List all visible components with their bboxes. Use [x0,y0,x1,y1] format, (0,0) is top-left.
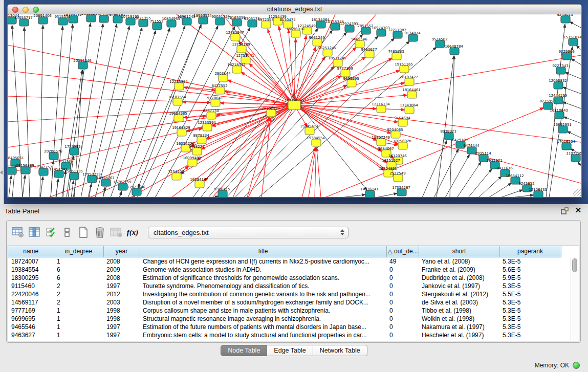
table-cell[interactable]: 2 [54,290,103,298]
graph-node[interactable] [70,172,79,180]
table-cell[interactable]: Corpus callosum shape and size in male p… [140,307,386,315]
graph-node[interactable] [203,124,212,131]
graph-node[interactable] [361,27,371,34]
splitter-collapse-icon[interactable] [0,170,3,174]
table-cell[interactable]: Structural magnetic resonance image aver… [140,315,386,323]
table-cell[interactable]: Estimation of the future numbers of pati… [140,323,386,331]
table-cell[interactable]: Jankovic et al. (1997) [419,282,499,290]
graph-node[interactable] [267,110,276,117]
graph-node[interactable] [175,83,184,90]
table-cell[interactable]: 5.3E-5 [499,257,561,266]
table-options-icon[interactable] [10,225,26,240]
table-cell[interactable]: 6 [54,274,103,282]
table-cell[interactable]: 0 [386,323,419,331]
table-row[interactable]: 2242004622012Investigating the contribut… [8,290,561,298]
graph-node[interactable] [231,34,240,41]
table-cell[interactable]: 22420046 [8,290,54,298]
delete-rows-icon[interactable] [92,225,107,240]
close-window-icon[interactable] [12,7,18,13]
table-cell[interactable]: 9115460 [8,282,54,290]
table-cell[interactable]: Stergiakouli et al. (2012) [419,290,499,298]
table-cell[interactable]: 1 [54,315,103,323]
select-all-rows-icon[interactable] [43,225,58,240]
graph-node[interactable] [38,17,48,24]
table-cell[interactable]: 9465546 [8,323,54,331]
graph-node[interactable] [555,112,564,119]
graph-node[interactable] [341,70,350,77]
graph-node[interactable] [139,19,148,27]
table-cell[interactable]: 0 [386,298,419,307]
graph-node[interactable] [188,159,197,166]
graph-node[interactable] [450,48,459,55]
table-cell[interactable]: Embryonic stem cells: a model to study s… [140,331,386,339]
table-cell[interactable]: 0 [386,282,419,290]
graph-node[interactable] [305,127,314,135]
graph-node[interactable] [556,67,565,74]
table-cell[interactable]: de Silva et al. (2003) [419,298,499,307]
graph-node[interactable] [355,40,364,48]
graph-node[interactable] [558,126,568,133]
table-row[interactable]: 1872400712008Changes of HCN gene express… [8,257,561,266]
graph-node[interactable] [86,15,96,22]
graph-node[interactable] [215,87,225,94]
graph-node[interactable] [392,53,401,60]
graph-node[interactable] [398,142,407,149]
table-cell[interactable]: Yano et al. (2008) [419,257,499,266]
graph-node[interactable] [323,49,332,56]
table-cell[interactable]: 0 [386,266,419,274]
table-cell[interactable]: Investigating the contribution of common… [140,290,386,298]
graph-node[interactable] [232,19,242,26]
table-cell[interactable]: 5.3E-5 [499,331,561,339]
table-row[interactable]: 969969511998Structural magnetic resonanc… [8,315,561,323]
graph-node[interactable] [400,65,409,73]
graph-node[interactable] [192,148,202,155]
cells-icon[interactable] [59,225,75,240]
graph-node[interactable] [569,38,578,46]
table-cell[interactable]: 18300295 [8,274,54,282]
table-cell[interactable]: Genome-wide association studies in ADHD. [140,266,386,274]
table-cell[interactable]: 2 [54,298,103,307]
graph-node[interactable] [207,112,216,119]
table-cell[interactable]: 2012 [103,290,140,298]
table-cell[interactable]: 2003 [103,298,140,307]
table-cell[interactable]: Nakamura et al. (1997) [419,323,499,331]
table-cell[interactable]: 0 [386,307,419,315]
graph-node[interactable] [182,18,191,25]
table-cell[interactable]: 5.3E-5 [499,315,561,323]
graph-node[interactable] [58,18,68,25]
table-cell[interactable]: 1997 [103,282,140,290]
tab-edge-table[interactable]: Edge Table [267,345,313,356]
table-cell[interactable]: Estimation of significance thresholds fo… [140,274,386,282]
graph-node[interactable] [248,20,257,27]
table-cell[interactable]: 1998 [103,315,140,323]
table-cell[interactable]: 1998 [103,307,140,315]
table-row[interactable]: 946554611997Estimation of the future num… [8,323,561,331]
graph-node[interactable] [172,173,181,180]
graph-node[interactable] [398,119,407,126]
graph-node[interactable] [118,183,127,190]
graph-node[interactable] [291,30,300,37]
graph-node[interactable] [408,34,418,41]
table-cell[interactable]: 5.5E-5 [499,290,561,298]
graph-node[interactable] [394,174,403,182]
graph-node[interactable] [561,16,570,23]
table-row[interactable]: 1456911722003Disruption of a novel membe… [8,298,561,307]
graph-node[interactable] [19,19,29,26]
table-cell[interactable]: 0 [386,274,419,282]
graph-node[interactable] [153,23,162,30]
graph-node[interactable] [167,20,176,27]
graph-node[interactable] [195,181,204,188]
table-cell[interactable]: 1997 [103,331,140,339]
scrollbar-thumb[interactable] [572,258,577,272]
graph-node[interactable] [215,18,225,25]
graph-node[interactable] [78,62,88,69]
table-cell[interactable]: Dudbridge et al. (2008) [419,274,499,282]
table-cell[interactable]: 5.9E-5 [499,274,561,282]
new-table-icon[interactable] [76,225,91,240]
table-cell[interactable]: 6 [54,266,103,274]
column-header-pagerank[interactable]: pagerank [499,246,561,257]
graph-node[interactable] [99,15,108,23]
column-header-short[interactable]: short [419,246,499,257]
graph-node[interactable] [312,139,321,146]
graph-node[interactable] [562,53,572,60]
